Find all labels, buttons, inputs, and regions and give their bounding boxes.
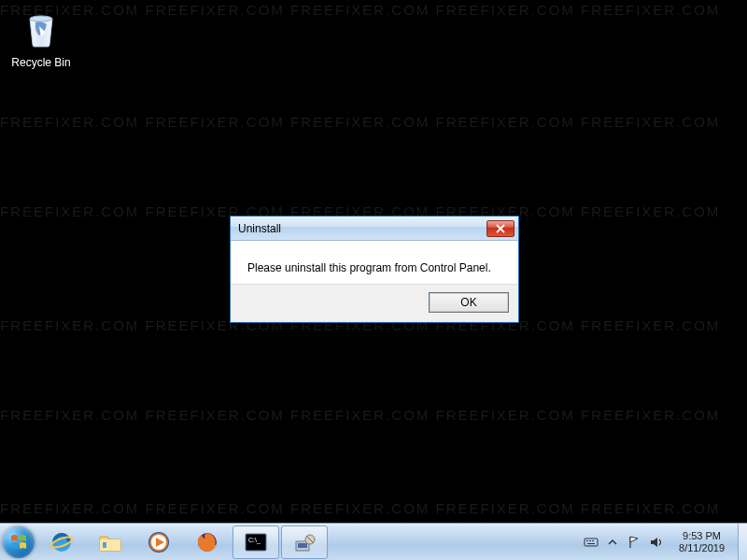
taskbar-item-installer[interactable]: [281, 525, 328, 559]
close-icon: [496, 224, 505, 233]
dialog-body: Please uninstall this program from Contr…: [231, 241, 518, 284]
dialog-titlebar[interactable]: Uninstall: [231, 217, 518, 241]
svg-rect-13: [585, 539, 598, 546]
ok-button[interactable]: OK: [429, 292, 509, 313]
dialog-message: Please uninstall this program from Contr…: [247, 261, 501, 274]
taskbar-clock[interactable]: 9:53 PM 8/11/2019: [671, 530, 732, 554]
taskbar-item-internet-explorer[interactable]: [38, 525, 85, 559]
folder-icon: [97, 530, 123, 554]
svg-point-0: [30, 16, 52, 21]
svg-rect-16: [592, 540, 594, 541]
svg-rect-15: [589, 540, 591, 541]
media-player-icon: [146, 530, 172, 554]
system-tray: 9:53 PM 8/11/2019: [574, 524, 738, 560]
svg-text:C:\_: C:\_: [248, 537, 261, 544]
flag-icon[interactable]: [627, 535, 641, 550]
desktop[interactable]: FREEFIXER.COM FREEFIXER.COM FREEFIXER.CO…: [0, 0, 747, 523]
svg-rect-14: [586, 540, 588, 541]
firefox-icon: [194, 530, 220, 554]
uninstall-dialog: Uninstall Please uninstall this program …: [230, 216, 519, 323]
command-prompt-icon: C:\_: [243, 530, 269, 554]
taskbar-item-command-prompt[interactable]: C:\_: [233, 525, 279, 559]
svg-rect-11: [298, 543, 307, 548]
taskbar: C:\_ 9:53 PM 8/11/2019: [0, 523, 747, 560]
watermark-row: FREEFIXER.COM FREEFIXER.COM FREEFIXER.CO…: [0, 2, 747, 18]
volume-icon[interactable]: [649, 535, 664, 550]
recycle-bin-icon[interactable]: Recycle Bin: [11, 6, 71, 69]
svg-rect-17: [587, 543, 595, 544]
dialog-title: Uninstall: [238, 222, 486, 235]
clock-date: 8/11/2019: [679, 542, 725, 554]
dialog-button-row: OK: [231, 284, 518, 322]
start-button[interactable]: [0, 524, 37, 561]
recycle-bin-label: Recycle Bin: [11, 56, 71, 69]
taskbar-item-media-player[interactable]: [135, 525, 182, 559]
keyboard-icon[interactable]: [584, 535, 599, 550]
close-button[interactable]: [486, 220, 514, 237]
watermark-row: FREEFIXER.COM FREEFIXER.COM FREEFIXER.CO…: [0, 500, 747, 516]
tray-overflow-icon[interactable]: [606, 536, 619, 549]
windows-logo-icon: [9, 533, 28, 552]
installer-icon: [291, 530, 317, 554]
watermark-row: FREEFIXER.COM FREEFIXER.COM FREEFIXER.CO…: [0, 407, 747, 423]
internet-explorer-icon: [49, 530, 75, 554]
svg-rect-3: [103, 542, 106, 548]
taskbar-item-file-explorer[interactable]: [87, 525, 134, 559]
taskbar-item-firefox[interactable]: [184, 525, 231, 559]
watermark-row: FREEFIXER.COM FREEFIXER.COM FREEFIXER.CO…: [0, 114, 747, 130]
show-desktop-button[interactable]: [738, 524, 747, 561]
trash-icon: [19, 6, 63, 50]
clock-time: 9:53 PM: [679, 530, 725, 542]
